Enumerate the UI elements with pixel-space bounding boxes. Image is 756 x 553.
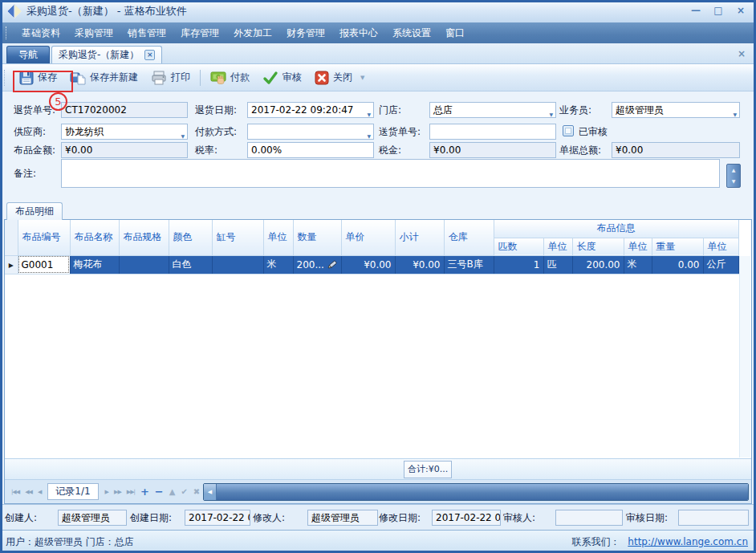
table-row[interactable]: ▸ G0001 梅花布 白色 米 200... bbox=[5, 255, 738, 274]
col-header-quantity[interactable]: 数量 bbox=[293, 220, 341, 255]
creator-label: 创建人: bbox=[5, 511, 37, 525]
return-date-field[interactable]: 2017-02-22 09:20:47▼ bbox=[247, 102, 374, 118]
pay-method-select[interactable]: ▼ bbox=[247, 124, 374, 140]
store-select[interactable]: 总店▼ bbox=[429, 102, 556, 118]
cell-warehouse[interactable]: 三号B库 bbox=[444, 255, 494, 274]
tab-purchase-return[interactable]: 采购退货-（新建） × bbox=[51, 46, 162, 63]
audited-label: 已审核 bbox=[579, 124, 608, 140]
maximize-icon[interactable]: □ bbox=[709, 3, 727, 18]
col-header-fabric-no[interactable]: 布品编号 bbox=[18, 220, 70, 255]
chevron-down-icon[interactable]: ▼ bbox=[733, 108, 737, 118]
spin-down-icon[interactable]: ▼ bbox=[727, 176, 740, 187]
audit-button[interactable]: 审核 bbox=[256, 68, 308, 87]
tax-rate-field[interactable]: 0.00% bbox=[247, 142, 374, 158]
menu-item-outsourcing[interactable]: 外发加工 bbox=[226, 23, 279, 43]
nav-cancel-icon[interactable]: ✖ bbox=[192, 486, 201, 498]
chevron-down-icon[interactable]: ▼ bbox=[549, 108, 553, 118]
nav-last-icon[interactable]: ▶▶| bbox=[125, 487, 136, 497]
menu-item-window[interactable]: 窗口 bbox=[438, 23, 472, 43]
record-navigator: |◀◀ ◀◀ ◀ 记录1/1 ▶ ▶▶ ▶▶| + − ▲ ✔ ✖ bbox=[5, 483, 203, 500]
col-header-warehouse[interactable]: 仓库 bbox=[444, 220, 494, 255]
col-header-color[interactable]: 颜色 bbox=[169, 220, 212, 255]
printer-icon bbox=[151, 71, 167, 85]
chevron-down-icon[interactable]: ▼ bbox=[367, 129, 371, 140]
vertical-scrollbar-track[interactable] bbox=[739, 256, 750, 457]
cell-subtotal[interactable]: ¥0.00 bbox=[395, 255, 444, 274]
col-header-fabric-name[interactable]: 布品名称 bbox=[70, 220, 119, 255]
save-and-new-button[interactable]: 保存并新建 bbox=[63, 68, 144, 87]
col-header-length[interactable]: 长度 bbox=[572, 238, 624, 255]
horizontal-scrollbar[interactable]: ◀ bbox=[203, 483, 749, 501]
spin-up-icon[interactable]: ▲ bbox=[727, 165, 740, 176]
nav-edit-icon[interactable]: ▲ bbox=[168, 486, 177, 498]
tab-navigation[interactable]: 导航 bbox=[6, 46, 50, 63]
col-header-rolls-unit[interactable]: 单位 bbox=[543, 238, 572, 255]
remark-scroll-control[interactable]: ▲ ▼ bbox=[726, 164, 741, 188]
cell-fabric-no[interactable]: G0001 bbox=[18, 255, 70, 274]
red-x-icon bbox=[315, 71, 329, 85]
cell-color[interactable]: 白色 bbox=[169, 255, 212, 274]
nav-prior-page-icon[interactable]: ◀◀ bbox=[23, 487, 34, 497]
menu-item-settings[interactable]: 系统设置 bbox=[385, 23, 438, 43]
chevron-down-icon[interactable]: ▼ bbox=[367, 108, 371, 118]
menu-item-sales[interactable]: 销售管理 bbox=[120, 23, 173, 43]
close-icon[interactable]: × bbox=[732, 3, 750, 18]
creator-field: 超级管理员 bbox=[58, 510, 127, 526]
website-link[interactable]: http://www.lange.com.cn bbox=[628, 536, 748, 547]
col-header-weight[interactable]: 重量 bbox=[652, 238, 703, 255]
menu-item-purchase[interactable]: 采购管理 bbox=[67, 23, 120, 43]
grid-total-badge: 合计:¥0... bbox=[404, 461, 452, 478]
col-header-length-unit[interactable]: 单位 bbox=[624, 238, 652, 255]
cell-rolls-unit[interactable]: 匹 bbox=[543, 255, 572, 274]
cell-fabric-spec[interactable] bbox=[119, 255, 169, 274]
audited-checkbox[interactable] bbox=[563, 125, 574, 136]
salesman-select[interactable]: 超级管理员▼ bbox=[612, 102, 740, 118]
cell-rolls[interactable]: 1 bbox=[494, 255, 543, 274]
nav-next-icon[interactable]: ▶ bbox=[104, 487, 110, 497]
minimize-icon[interactable]: — bbox=[687, 3, 705, 18]
print-button[interactable]: 打印 bbox=[144, 68, 197, 87]
nav-insert-icon[interactable]: + bbox=[139, 484, 151, 499]
supplier-select[interactable]: 协龙纺织▼ bbox=[61, 124, 188, 140]
cell-length[interactable]: 200.00 bbox=[572, 255, 624, 274]
cell-weight-unit[interactable]: 公斤 bbox=[703, 255, 738, 274]
checkmark-icon bbox=[262, 71, 278, 85]
cell-unit[interactable]: 米 bbox=[263, 255, 293, 274]
col-header-vat-no[interactable]: 缸号 bbox=[212, 220, 263, 255]
col-header-weight-unit[interactable]: 单位 bbox=[703, 238, 738, 255]
menu-item-finance[interactable]: 财务管理 bbox=[279, 23, 332, 43]
scrollbar-thumb[interactable] bbox=[217, 484, 748, 500]
cell-unit-price[interactable]: ¥0.00 bbox=[341, 255, 395, 274]
cell-length-unit[interactable]: 米 bbox=[624, 255, 652, 274]
col-header-subtotal[interactable]: 小计 bbox=[395, 220, 444, 255]
tabstrip-close-icon[interactable]: × bbox=[738, 48, 746, 59]
close-doc-button[interactable]: 关闭 bbox=[308, 68, 359, 87]
tab-fabric-detail[interactable]: 布品明细 bbox=[6, 202, 63, 220]
tab-purchase-return-label: 采购退货-（新建） bbox=[59, 47, 139, 63]
menu-item-inventory[interactable]: 库存管理 bbox=[173, 23, 226, 43]
nav-delete-icon[interactable]: − bbox=[153, 484, 165, 499]
return-no-field[interactable]: CT17020002 bbox=[61, 102, 188, 118]
cell-quantity[interactable]: 200... bbox=[293, 255, 341, 274]
nav-prior-icon[interactable]: ◀ bbox=[36, 487, 43, 497]
cell-vat-no[interactable] bbox=[212, 255, 263, 274]
col-header-fabric-spec[interactable]: 布品规格 bbox=[119, 220, 169, 255]
delivery-no-field[interactable] bbox=[429, 124, 556, 140]
col-header-unit[interactable]: 单位 bbox=[263, 220, 293, 255]
tab-close-icon[interactable]: × bbox=[144, 50, 155, 60]
scroll-left-icon[interactable]: ◀ bbox=[204, 484, 217, 500]
col-header-unit-price[interactable]: 单价 bbox=[341, 220, 395, 255]
toolbar-separator bbox=[200, 70, 201, 86]
menu-item-base-data[interactable]: 基础资料 bbox=[14, 23, 67, 43]
cell-weight[interactable]: 0.00 bbox=[652, 255, 703, 274]
cell-fabric-name[interactable]: 梅花布 bbox=[70, 255, 119, 274]
col-header-rolls[interactable]: 匹数 bbox=[494, 238, 543, 255]
nav-post-icon[interactable]: ✔ bbox=[179, 486, 189, 498]
payment-button[interactable]: 付款 bbox=[204, 68, 256, 87]
nav-first-icon[interactable]: |◀◀ bbox=[10, 487, 21, 497]
remark-textarea[interactable] bbox=[61, 159, 720, 188]
menu-item-reports[interactable]: 报表中心 bbox=[332, 23, 385, 43]
toolbar-dropdown-icon[interactable]: ▼ bbox=[360, 75, 364, 81]
nav-next-page-icon[interactable]: ▶▶ bbox=[112, 487, 123, 497]
chevron-down-icon[interactable]: ▼ bbox=[181, 129, 185, 140]
